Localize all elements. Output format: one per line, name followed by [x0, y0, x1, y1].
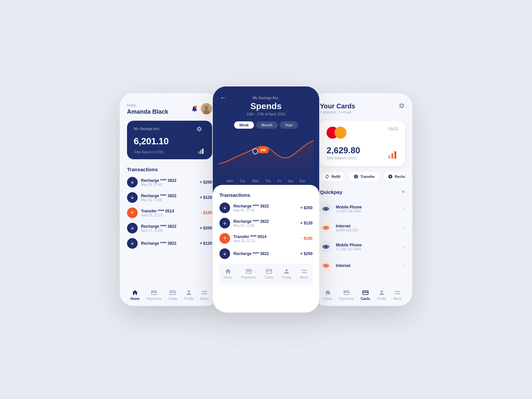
- nav-cards[interactable]: Cards: [168, 289, 177, 301]
- nav-cards-r[interactable]: Cards: [361, 289, 370, 301]
- nav-menu-r[interactable]: Menu: [393, 289, 402, 301]
- svg-rect-14: [391, 153, 393, 159]
- phones-container: Hello, Amanda Black: [120, 86, 412, 313]
- table-row: Recharge **** 3822 May 01, 11:00 + $120: [127, 192, 212, 203]
- svg-rect-12: [266, 271, 272, 272]
- phone-center: ← My Savings Acc. Spends 10th - 17th of …: [213, 86, 319, 313]
- svg-rect-4: [200, 150, 201, 154]
- transactions-title: Transactions: [127, 167, 212, 172]
- nav-profile-c[interactable]: Profile: [282, 268, 291, 279]
- center-date: 10th - 17th of April 2020: [220, 112, 312, 116]
- table-row: Recharge **** 3822 + $120: [127, 238, 212, 249]
- quickpay-add-button[interactable]: +: [401, 189, 405, 196]
- txn-icon-out: [127, 207, 138, 218]
- days-row: Mon Tue Wed Thu Fri Sat Sun: [220, 177, 312, 185]
- table-row: Recharge **** 3822 + $250: [219, 248, 313, 259]
- qp-icon-internet2: [320, 260, 332, 272]
- savings-card: My Savings Acc. 6,201.10 Total Balance (…: [127, 121, 212, 159]
- nav-payments-c[interactable]: Payments: [241, 268, 256, 279]
- your-cards-title: Your Cards: [320, 102, 355, 110]
- nav-profile-r[interactable]: Profile: [377, 289, 386, 301]
- list-item[interactable]: Mobile Phone +1 102 221 0294 ›: [320, 237, 405, 256]
- quickpay-list: Mobile Phone +1 829 736 1002 ›: [320, 200, 405, 275]
- qp-icon-mobile: [320, 203, 332, 215]
- list-item[interactable]: Mobile Phone +1 829 736 1002 ›: [320, 200, 405, 218]
- chevron-right-icon: ›: [403, 225, 405, 230]
- back-button[interactable]: ←: [220, 94, 226, 101]
- svg-rect-3: [198, 151, 200, 154]
- period-tabs: Week Month Year: [220, 121, 312, 129]
- txn-icon-out: [219, 233, 230, 244]
- bottom-nav-right: Home Payments Cards Profile Menu: [320, 285, 405, 306]
- svg-point-8: [253, 149, 258, 154]
- table-row: Recharge **** 3822 April 17, 11:00 + $25…: [127, 223, 212, 233]
- chevron-right-icon: ›: [403, 263, 405, 268]
- center-transactions-card: Transactions Recharge **** 3822 May 05, …: [213, 185, 319, 313]
- svg-rect-13: [388, 155, 390, 159]
- recharge-button[interactable]: Recharge: [383, 171, 405, 182]
- txn-icon-in: [127, 177, 138, 188]
- list-item[interactable]: Internet №899 203 910 ›: [320, 218, 405, 237]
- txn-icon-in: [219, 202, 230, 213]
- action-buttons: Refill Transfer Recharge: [320, 171, 405, 182]
- mastercard-logo: [327, 127, 398, 139]
- quickpay-title: Quickpay: [320, 189, 342, 195]
- nav-home-c[interactable]: Home: [224, 268, 233, 279]
- bottom-nav-left: Home Payments Cards Profile Menu: [127, 285, 212, 306]
- nav-payments-r[interactable]: Payments: [339, 289, 354, 301]
- nav-menu-c[interactable]: Menu: [300, 268, 308, 279]
- nav-cards-c[interactable]: Cards: [265, 268, 274, 279]
- card-expiry: 08/23: [388, 127, 398, 131]
- txn-icon-in: [127, 238, 138, 249]
- txn-icon-in: [219, 218, 230, 228]
- svg-rect-15: [394, 151, 396, 159]
- nav-profile[interactable]: Profile: [184, 289, 194, 301]
- tab-year[interactable]: Year: [280, 121, 298, 129]
- greeting-text: Hello,: [127, 103, 168, 108]
- svg-point-1: [204, 106, 208, 110]
- txn-icon-in: [127, 192, 138, 203]
- savings-amount: 6,201.10: [134, 136, 205, 147]
- spending-chart: $40: [218, 134, 314, 177]
- transaction-list-left: Recharge **** 3822 May 05, 17:45 + $250 …: [127, 177, 212, 285]
- svg-rect-41: [363, 292, 368, 293]
- nav-home-r[interactable]: Home: [323, 289, 332, 301]
- user-name: Amanda Black: [127, 108, 168, 115]
- table-row: Transfer **** 0514 April 25, 22:23 - $18…: [127, 207, 212, 218]
- txn-icon-in: [219, 248, 230, 259]
- tab-month[interactable]: Month: [256, 121, 278, 129]
- card-settings-icon[interactable]: [196, 126, 202, 133]
- list-item[interactable]: Internet ›: [320, 256, 405, 275]
- card-balance-label: Total Balance (USD): [327, 156, 398, 160]
- tab-week[interactable]: Week: [234, 121, 254, 129]
- phone-left: Hello, Amanda Black: [120, 93, 219, 306]
- cards-subtitle: 2 physical, 1 virtual: [320, 110, 355, 114]
- mini-chart-icon: [388, 151, 398, 160]
- notification-bell[interactable]: [191, 105, 198, 112]
- nav-menu[interactable]: Menu: [200, 289, 209, 301]
- savings-balance-info: Total Balance (USD): [134, 148, 205, 154]
- txn-icon-in: [127, 223, 138, 233]
- savings-card-label: My Savings Acc.: [134, 127, 205, 131]
- nav-payments[interactable]: Payments: [147, 289, 161, 301]
- qp-icon-internet: [320, 222, 332, 234]
- table-row: Recharge **** 3822 May 01, 11:00 + $120: [219, 218, 313, 228]
- right-settings-icon[interactable]: [398, 102, 405, 110]
- table-row: Recharge **** 3822 May 05, 17:45 + $250: [127, 177, 212, 188]
- qp-icon-mobile2: [320, 241, 332, 253]
- bank-card-display: 08/23 2,629.80 Total Balance (USD): [320, 121, 405, 166]
- center-title: Spends: [220, 101, 312, 111]
- right-header: Your Cards 2 physical, 1 virtual: [320, 102, 405, 119]
- notification-dot: [194, 106, 197, 108]
- transaction-list-center: Recharge **** 3822 May 05, 17:45 + $250 …: [219, 202, 313, 264]
- transfer-button[interactable]: Transfer: [349, 171, 380, 182]
- card-balance-amount: 2,629.80: [327, 145, 398, 156]
- table-row: Recharge **** 3822 May 05, 17:45 + $250: [219, 202, 313, 213]
- svg-text:$40: $40: [261, 148, 266, 152]
- left-header: Hello, Amanda Black: [127, 103, 212, 115]
- refill-button[interactable]: Refill: [320, 171, 345, 182]
- nav-home[interactable]: Home: [130, 289, 140, 301]
- chevron-right-icon: ›: [403, 244, 405, 249]
- center-header: ← My Savings Acc.: [220, 96, 312, 100]
- header-icons: [191, 103, 212, 114]
